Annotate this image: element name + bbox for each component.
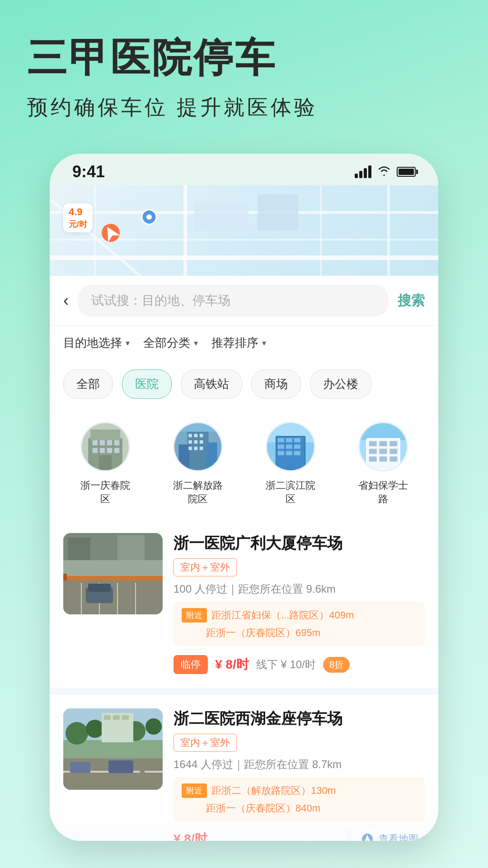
svg-rect-27 [187, 432, 208, 470]
svg-point-84 [86, 720, 104, 738]
chevron-down-icon: ▾ [262, 338, 266, 348]
svg-rect-64 [379, 457, 387, 462]
nearby-text-2: 距浙一（庆春院区）695m [206, 626, 320, 640]
nearby-row-3: 附近 距浙二（解放路院区）130m [182, 783, 417, 798]
svg-rect-89 [113, 715, 120, 720]
destination-filter[interactable]: 目的地选择 ▾ [63, 335, 130, 351]
svg-rect-21 [92, 448, 97, 453]
svg-rect-16 [90, 429, 120, 440]
svg-rect-20 [114, 440, 119, 445]
phone-frame: 9:41 [50, 154, 438, 841]
svg-rect-8 [194, 203, 249, 231]
svg-rect-44 [277, 438, 284, 442]
svg-rect-52 [294, 451, 300, 455]
hospital-item-4[interactable]: 省妇保学士路 [356, 422, 410, 506]
svg-rect-51 [286, 451, 292, 455]
card-content-1: 浙一医院广利大厦停车场 室内＋室外 100 人停过｜距您所在位置 9.6km 附… [174, 533, 425, 674]
svg-rect-38 [199, 447, 203, 450]
status-time: 9:41 [72, 162, 105, 181]
category-hospital[interactable]: 医院 [122, 369, 172, 399]
status-bar: 9:41 [50, 154, 438, 185]
svg-rect-50 [277, 451, 284, 455]
hospital-item-3[interactable]: 浙二滨江院区 [263, 422, 318, 506]
svg-rect-31 [194, 434, 197, 438]
svg-rect-96 [145, 771, 163, 773]
back-button[interactable]: ‹ [63, 291, 69, 310]
nearby-row-4: 距浙一（庆春院区）840m [182, 802, 417, 815]
svg-point-86 [145, 718, 162, 735]
svg-rect-62 [389, 449, 397, 454]
hospital-name-1: 浙一庆春院区 [78, 479, 132, 506]
nearby-box-1: 附近 距浙江省妇保（...路院区）409m 距浙一（庆春院区）695m [174, 602, 425, 646]
nearby-badge-1: 附近 [182, 608, 207, 623]
svg-rect-60 [369, 449, 376, 454]
hospital-avatar-3 [266, 422, 315, 472]
svg-rect-98 [70, 762, 90, 773]
price-offline-1: 线下 ¥ 10/时 [256, 657, 316, 672]
hospital-avatar-1 [80, 422, 130, 472]
card-image-2 [63, 708, 163, 790]
card-meta-2: 1644 人停过｜距您所在位置 8.7km [174, 757, 425, 772]
hospital-item-2[interactable]: 浙二解放路院区 [171, 422, 225, 506]
svg-rect-78 [63, 574, 67, 580]
battery-icon [397, 167, 416, 177]
parking-card-1[interactable]: 浙一医院广利大厦停车场 室内＋室外 100 人停过｜距您所在位置 9.6km 附… [50, 519, 438, 688]
nearby-row-2: 距浙一（庆春院区）695m [182, 626, 417, 640]
svg-rect-70 [117, 535, 145, 560]
svg-rect-47 [277, 444, 284, 448]
svg-rect-33 [188, 440, 192, 444]
sort-filter[interactable]: 推荐排序 ▾ [211, 335, 266, 351]
price-row-1: 临停 ¥ 8/时 线下 ¥ 10/时 8折 [174, 655, 425, 674]
svg-rect-63 [369, 457, 376, 462]
svg-point-11 [146, 214, 152, 220]
svg-rect-69 [95, 540, 113, 560]
svg-rect-48 [286, 444, 292, 448]
temp-badge-1: 临停 [174, 655, 208, 674]
svg-rect-17 [92, 440, 97, 445]
search-bar[interactable]: ‹ 试试搜：目的地、停车场 搜索 [50, 276, 438, 326]
svg-rect-90 [122, 715, 129, 720]
search-button[interactable]: 搜索 [398, 292, 425, 310]
svg-rect-25 [99, 455, 111, 470]
svg-rect-30 [188, 434, 192, 438]
svg-rect-61 [379, 449, 387, 454]
card-title-1: 浙一医院广利大厦停车场 [174, 533, 425, 553]
svg-rect-68 [68, 538, 90, 560]
svg-point-83 [66, 722, 88, 745]
category-office[interactable]: 办公楼 [310, 369, 371, 399]
category-all[interactable]: 全部 [63, 369, 113, 399]
hero-subtitle: 预约确保车位 提升就医体验 [27, 94, 461, 122]
nearby-row-1: 附近 距浙江省妇保（...路院区）409m [182, 608, 417, 623]
svg-rect-28 [178, 444, 189, 470]
hero-section: 三甲医院停车 预约确保车位 提升就医体验 [0, 0, 488, 140]
card-badge-2: 室内＋室外 [174, 734, 237, 752]
svg-rect-46 [294, 438, 300, 442]
nearby-badge-2: 附近 [182, 783, 207, 798]
svg-rect-65 [389, 457, 397, 462]
search-placeholder: 试试搜：目的地、停车场 [91, 292, 230, 309]
card-title-2: 浙二医院西湖金座停车场 [174, 708, 425, 728]
bottom-fade [50, 814, 438, 841]
svg-rect-57 [369, 441, 376, 446]
price-main-1: ¥ 8/时 [215, 656, 249, 673]
hospital-item-1[interactable]: 浙一庆春院区 [78, 422, 132, 506]
category-filter[interactable]: 全部分类 ▾ [143, 335, 198, 351]
svg-rect-35 [199, 440, 203, 444]
category-row: 全部 医院 高铁站 商场 办公楼 [50, 360, 438, 408]
svg-rect-22 [99, 448, 104, 453]
category-railway[interactable]: 高铁站 [181, 369, 242, 399]
map-area: 4.9元/时 [50, 185, 438, 276]
category-mall[interactable]: 商场 [251, 369, 301, 399]
hero-title: 三甲医院停车 [27, 36, 461, 80]
hospital-name-2: 浙二解放路院区 [171, 479, 225, 506]
svg-rect-24 [114, 448, 119, 453]
chevron-down-icon: ▾ [194, 338, 198, 348]
search-input[interactable]: 试试搜：目的地、停车场 [78, 285, 389, 316]
hospital-name-3: 浙二滨江院区 [263, 479, 318, 506]
location-marker [140, 208, 158, 232]
svg-rect-19 [107, 440, 112, 445]
svg-rect-34 [194, 440, 197, 444]
cards-container: 浙一医院广利大厦停车场 室内＋室外 100 人停过｜距您所在位置 9.6km 附… [50, 519, 438, 841]
hospital-name-4: 省妇保学士路 [356, 479, 410, 506]
svg-rect-88 [104, 715, 111, 720]
